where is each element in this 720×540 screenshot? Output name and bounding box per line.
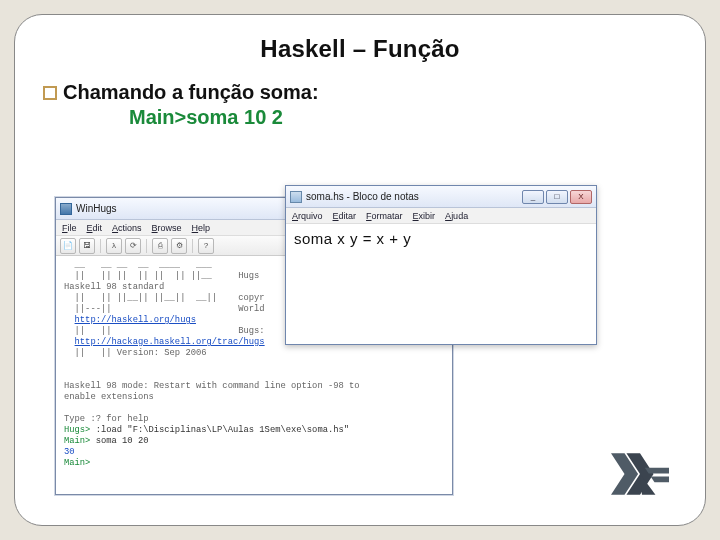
console-link[interactable]: http://hackage.haskell.org/trac/hugs: [75, 337, 265, 347]
maximize-button[interactable]: □: [546, 190, 568, 204]
minimize-button[interactable]: _: [522, 190, 544, 204]
toolbar-btn[interactable]: λ: [106, 238, 122, 254]
console-text: || || Version: Sep 2006 Haskell 98 mode:…: [64, 348, 360, 424]
toolbar-btn[interactable]: 📄: [60, 238, 76, 254]
close-button[interactable]: X: [570, 190, 592, 204]
toolbar-btn[interactable]: ⎙: [152, 238, 168, 254]
menu-exibir[interactable]: Exibir: [413, 211, 436, 221]
notepad-title-text: soma.hs - Bloco de notas: [306, 191, 419, 202]
menu-help[interactable]: Help: [192, 223, 211, 233]
menu-file[interactable]: File: [62, 223, 77, 233]
bullet-icon: [43, 86, 57, 100]
toolbar-btn[interactable]: ⚙: [171, 238, 187, 254]
console-link[interactable]: http://haskell.org/hugs: [75, 315, 196, 325]
console-cmd: :load "F:\Disciplinas\LP\Aulas 1Sem\exe\…: [90, 425, 349, 435]
menu-ajuda[interactable]: Ajuda: [445, 211, 468, 221]
bullet-subline: Main>soma 10 2: [129, 106, 677, 129]
bullet-row: Chamando a função soma:: [43, 81, 677, 104]
app-icon: [60, 203, 72, 215]
menu-edit[interactable]: Edit: [87, 223, 103, 233]
notepad-icon: [290, 191, 302, 203]
menu-formatar[interactable]: Formatar: [366, 211, 403, 221]
toolbar-btn[interactable]: ?: [198, 238, 214, 254]
menu-browse[interactable]: Browse: [152, 223, 182, 233]
console-prompt: Main>: [64, 458, 90, 468]
notepad-window: soma.hs - Bloco de notas _ □ X Arquivo E…: [285, 185, 597, 345]
menu-arquivo[interactable]: Arquivo: [292, 211, 323, 221]
console-cmd: soma 10 20: [90, 436, 148, 446]
console-result: 30: [64, 447, 75, 457]
toolbar-btn[interactable]: 🖫: [79, 238, 95, 254]
notepad-menubar: Arquivo Editar Formatar Exibir Ajuda: [286, 208, 596, 224]
toolbar-sep: [146, 239, 147, 253]
console-prompt: Hugs>: [64, 425, 90, 435]
menu-actions[interactable]: Actions: [112, 223, 142, 233]
toolbar-btn[interactable]: ⟳: [125, 238, 141, 254]
winhugs-title-text: WinHugs: [76, 203, 117, 214]
toolbar-sep: [100, 239, 101, 253]
window-controls: _ □ X: [522, 190, 592, 204]
haskell-logo-icon: [611, 453, 669, 495]
console-prompt: Main>: [64, 436, 90, 446]
notepad-titlebar[interactable]: soma.hs - Bloco de notas _ □ X: [286, 186, 596, 208]
bullet-text: Chamando a função soma:: [63, 81, 319, 104]
slide: Haskell – Função Chamando a função soma:…: [14, 14, 706, 526]
slide-title: Haskell – Função: [43, 35, 677, 63]
menu-editar[interactable]: Editar: [333, 211, 357, 221]
toolbar-sep: [192, 239, 193, 253]
notepad-content[interactable]: soma x y = x + y: [286, 224, 596, 253]
